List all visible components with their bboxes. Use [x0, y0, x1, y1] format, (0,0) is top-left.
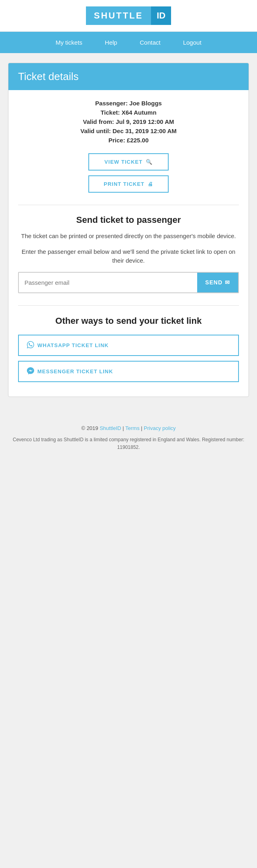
passenger-email-input[interactable]	[19, 273, 197, 292]
passenger-info: Passenger: Joe Bloggs	[18, 100, 239, 107]
valid-from: Valid from: Jul 9, 2019 12:00 AM	[18, 118, 239, 125]
logo-id: ID	[151, 6, 171, 25]
footer-copyright: © 2019	[81, 425, 98, 431]
send-description-1: The ticket can be printed or presented d…	[18, 232, 239, 241]
logo: SHUTTLE ID	[86, 6, 171, 25]
ticket-info: Passenger: Joe Bloggs Ticket: X64 Autumn…	[18, 100, 239, 144]
footer: © 2019 ShuttleID | Terms | Privacy polic…	[0, 415, 257, 461]
email-send-row: SEND ✉	[18, 272, 239, 293]
messenger-btn-label: MESSENGER TICKET LINK	[37, 368, 113, 374]
send-heading: Send ticket to passenger	[18, 215, 239, 225]
nav-my-tickets[interactable]: My tickets	[44, 32, 94, 53]
nav-contact[interactable]: Contact	[128, 32, 172, 53]
logo-box: SHUTTLE	[86, 6, 151, 25]
search-icon: 🔍	[146, 159, 153, 165]
print-icon: 🖨	[148, 181, 153, 187]
nav-logout[interactable]: Logout	[172, 32, 213, 53]
ticket-actions: VIEW TICKET 🔍 PRINT TICKET 🖨	[18, 153, 239, 193]
messenger-icon	[27, 367, 34, 376]
nav-help[interactable]: Help	[94, 32, 128, 53]
ticket-card-header: Ticket details	[8, 63, 249, 90]
footer-links: © 2019 ShuttleID | Terms | Privacy polic…	[8, 424, 249, 433]
footer-privacy-link[interactable]: Privacy policy	[144, 425, 175, 431]
ticket-name: Ticket: X64 Autumn	[18, 109, 239, 116]
other-ways-section: Other ways to send your ticket link WHAT…	[18, 305, 239, 383]
send-btn-label: SEND	[205, 279, 222, 286]
ticket-card-body: Passenger: Joe Bloggs Ticket: X64 Autumn…	[8, 90, 249, 397]
main-content: Ticket details Passenger: Joe Bloggs Tic…	[0, 53, 257, 415]
messenger-button[interactable]: MESSENGER TICKET LINK	[18, 361, 239, 382]
whatsapp-button[interactable]: WHATSAPP TICKET LINK	[18, 335, 239, 356]
print-ticket-label: PRINT TICKET	[104, 181, 145, 187]
other-ways-heading: Other ways to send your ticket link	[18, 315, 239, 327]
send-email-button[interactable]: SEND ✉	[197, 273, 238, 292]
footer-legal: Cevenco Ltd trading as ShuttleID is a li…	[8, 436, 249, 451]
send-description-2: Enter the passenger email below and we'l…	[18, 247, 239, 265]
footer-terms-link[interactable]: Terms	[125, 425, 139, 431]
header: SHUTTLE ID	[0, 0, 257, 32]
print-ticket-button[interactable]: PRINT TICKET 🖨	[88, 175, 169, 193]
valid-until: Valid until: Dec 31, 2019 12:00 AM	[18, 128, 239, 134]
view-ticket-label: VIEW TICKET	[104, 159, 143, 165]
whatsapp-icon	[27, 341, 34, 350]
send-icon: ✉	[225, 279, 230, 286]
footer-shuttleid-link[interactable]: ShuttleID	[100, 425, 121, 431]
ticket-card: Ticket details Passenger: Joe Bloggs Tic…	[8, 63, 249, 397]
ticket-details-heading: Ticket details	[18, 70, 239, 83]
price: Price: £225.00	[18, 137, 239, 144]
view-ticket-button[interactable]: VIEW TICKET 🔍	[88, 153, 169, 171]
whatsapp-btn-label: WHATSAPP TICKET LINK	[37, 342, 109, 348]
logo-text: SHUTTLE	[94, 10, 143, 21]
nav: My tickets Help Contact Logout	[0, 32, 257, 53]
send-section: Send ticket to passenger The ticket can …	[18, 205, 239, 382]
